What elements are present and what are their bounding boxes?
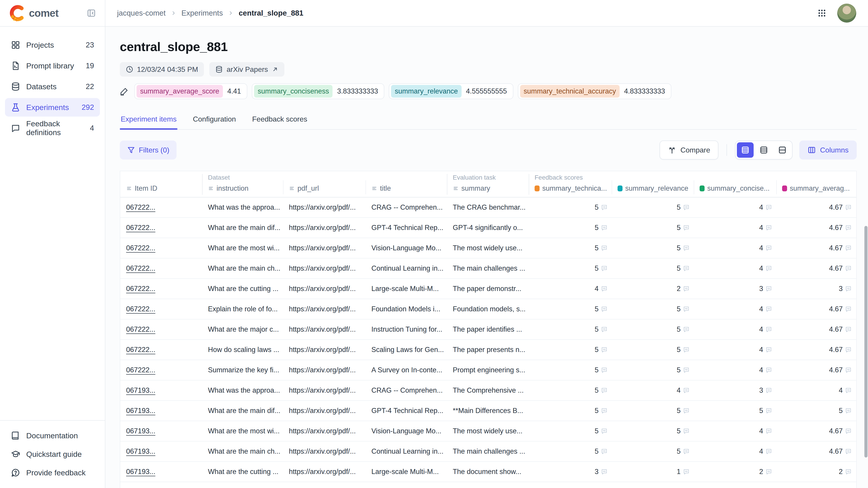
cell-score[interactable]: 5 [529,320,612,339]
item-id-link[interactable]: 067222... [120,238,202,258]
sidebar-footer-quickstart-guide[interactable]: Quickstart guide [5,446,100,463]
cell-score[interactable]: 4 [694,299,776,319]
sidebar-collapse-icon[interactable] [86,8,96,18]
table-row[interactable]: 067222...What are the main ch...https://… [120,258,856,279]
cell-score[interactable]: 4.67 [776,320,856,339]
comment-icon[interactable] [601,224,608,231]
comment-icon[interactable] [765,306,772,313]
sidebar-item-projects[interactable]: Projects23 [5,36,100,54]
cell-instruction[interactable]: What was the approa... [202,381,283,400]
cell-title[interactable]: GPT-4 Technical Rep... [366,218,447,238]
row-height-large-toggle[interactable] [774,142,791,158]
column-label[interactable]: summary_averag... [782,184,856,193]
cell-score[interactable]: 5 [529,421,612,441]
comment-icon[interactable] [845,468,852,475]
comment-icon[interactable] [765,346,772,353]
comment-icon[interactable] [765,367,772,373]
comment-icon[interactable] [601,204,608,211]
cell-pdf-url[interactable]: https://arxiv.org/pdf/... [283,218,366,238]
cell-score[interactable]: 5 [612,401,694,421]
comment-icon[interactable] [765,326,772,333]
cell-score[interactable]: 5 [529,482,612,488]
cell-score[interactable]: 2 [694,462,776,482]
cell-instruction[interactable]: What are the main dif... [202,401,283,421]
cell-score[interactable]: 4.67 [776,421,856,441]
table-row[interactable]: 067222...What was the approa...https://a… [120,197,856,218]
comment-icon[interactable] [765,408,772,414]
comment-icon[interactable] [683,387,690,394]
cell-pdf-url[interactable]: https://arxiv.org/pdf/... [283,258,366,278]
cell-score[interactable]: 4 [694,320,776,339]
comment-icon[interactable] [845,408,852,414]
cell-pdf-url[interactable]: https://arxiv.org/pdf/... [283,360,366,380]
comment-icon[interactable] [765,204,772,211]
column-label[interactable]: instruction [208,184,283,193]
comment-icon[interactable] [683,346,690,353]
cell-score[interactable]: 4 [694,218,776,238]
cell-score[interactable]: 5 [529,442,612,461]
breadcrumb-workspace[interactable]: jacques-comet [117,9,166,18]
cell-summary[interactable]: The CRAG benchmar... [447,197,529,217]
column-label[interactable]: summary_relevance [618,184,694,193]
cell-instruction[interactable]: What are the cutting ... [202,279,283,299]
cell-summary[interactable]: Prompt engineering s... [447,360,529,380]
comment-icon[interactable] [765,468,772,475]
table-row[interactable]: 067193...What are the most wi...https://… [120,421,856,442]
cell-pdf-url[interactable]: https://arxiv.org/pdf/... [283,401,366,421]
cell-score[interactable]: 4 [694,238,776,258]
comment-icon[interactable] [683,204,690,211]
cell-score[interactable]: 5 [612,218,694,238]
cell-score[interactable]: 1 [612,462,694,482]
comment-icon[interactable] [845,367,852,373]
cell-score[interactable]: 5 [776,401,856,421]
comment-icon[interactable] [845,428,852,434]
comment-icon[interactable] [683,224,690,231]
table-row[interactable]: 067193...What was the approa...https://a… [120,381,856,401]
table-row[interactable]: 067222...How do scaling laws ...https://… [120,340,856,360]
sidebar-item-experiments[interactable]: Experiments292 [5,98,100,117]
comment-icon[interactable] [765,224,772,231]
cell-summary[interactable]: The document show... [447,462,529,482]
columns-button[interactable]: Columns [799,140,857,160]
cell-summary[interactable]: GPT-4 significantly o... [447,218,529,238]
sidebar-footer-provide-feedback[interactable]: Provide feedback [5,464,100,481]
dataset-badge[interactable]: arXiv Papers [209,62,284,76]
cell-score[interactable]: 5 [529,197,612,217]
cell-score[interactable]: 4 [694,421,776,441]
cell-score[interactable]: 4 [694,197,776,217]
cell-pdf-url[interactable]: https://arxiv.org/pdf/... [283,238,366,258]
comment-icon[interactable] [845,285,852,292]
cell-title[interactable]: Vision-Language Mo... [366,421,447,441]
cell-title[interactable]: Continual Learning in... [366,258,447,278]
comment-icon[interactable] [765,448,772,455]
cell-title[interactable]: Scaling Laws for Gen... [366,340,447,360]
comment-icon[interactable] [601,265,608,272]
cell-score[interactable]: 5 [612,340,694,360]
comment-icon[interactable] [765,265,772,272]
cell-instruction[interactable]: What are the main ch... [202,442,283,461]
cell-summary[interactable]: The main challenges ... [447,258,529,278]
cell-score[interactable]: 5 [529,238,612,258]
comment-icon[interactable] [601,367,608,373]
tab-configuration[interactable]: Configuration [192,111,237,129]
item-id-link[interactable]: 067193... [120,482,202,488]
cell-summary[interactable]: **Main Differences B... [447,401,529,421]
cell-title[interactable]: Foundation Models i... [366,299,447,319]
cell-pdf-url[interactable]: https://arxiv.org/pdf/... [283,279,366,299]
comment-icon[interactable] [683,306,690,313]
cell-score[interactable]: 3 [776,279,856,299]
comment-icon[interactable] [765,245,772,252]
item-id-link[interactable]: 067193... [120,401,202,421]
cell-score[interactable]: 5 [612,482,694,488]
cell-score[interactable]: 4 [694,340,776,360]
item-id-link[interactable]: 067193... [120,421,202,441]
cell-title[interactable]: CRAG -- Comprehen... [366,197,447,217]
cell-score[interactable]: 5 [529,381,612,400]
cell-score[interactable]: 4 [694,258,776,278]
comment-icon[interactable] [845,204,852,211]
comment-icon[interactable] [601,448,608,455]
comet-logo[interactable]: comet [9,5,58,22]
cell-instruction[interactable]: What are the most wi... [202,238,283,258]
cell-score[interactable]: 5 [612,258,694,278]
cell-score[interactable]: 4 [612,381,694,400]
